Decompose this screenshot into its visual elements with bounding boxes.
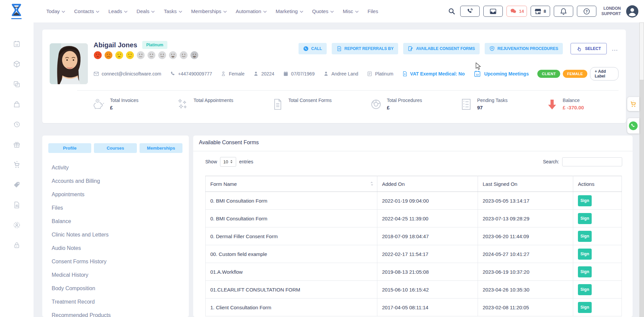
notifications-button[interactable]: [554, 6, 573, 17]
more-options-button[interactable]: ...: [612, 46, 618, 52]
dialer-button[interactable]: [460, 6, 480, 17]
show-label: Show: [205, 159, 217, 164]
inbox-button[interactable]: [483, 6, 503, 17]
sign-button[interactable]: Sign: [578, 231, 592, 242]
copy-icon[interactable]: [13, 80, 21, 88]
search-label: Search:: [543, 159, 559, 164]
menu-item-activity[interactable]: Activity: [52, 161, 185, 174]
lock-icon[interactable]: [13, 241, 21, 249]
calendar12-icon[interactable]: 12: [13, 40, 21, 48]
table-search-input[interactable]: [562, 157, 622, 166]
bag-icon[interactable]: [13, 100, 21, 108]
nav-item-contacts[interactable]: Contacts: [74, 8, 99, 14]
nav-item-memberships[interactable]: Memberships: [191, 8, 227, 14]
select-button[interactable]: SELECT: [571, 43, 607, 54]
tag-icon[interactable]: [13, 181, 21, 189]
cart-floating-button[interactable]: [627, 97, 639, 111]
mood-face-10[interactable]: [190, 51, 199, 59]
contact-link[interactable]: VAT Exempt Medical: No: [402, 71, 465, 76]
mood-face-5[interactable]: [137, 51, 145, 59]
nav-item-deals[interactable]: Deals: [137, 8, 155, 14]
svg-text:12: 12: [15, 43, 18, 46]
nav-item-quotes[interactable]: Quotes: [312, 8, 334, 14]
action-button-label: AVAILABLE CONSENT FORMS: [416, 46, 475, 51]
tab-courses[interactable]: Courses: [94, 143, 137, 153]
mood-face-2[interactable]: [104, 51, 113, 59]
phone-icon: [170, 71, 175, 76]
sign-button[interactable]: Sign: [578, 249, 592, 260]
mood-face-1[interactable]: [94, 51, 102, 59]
user-avatar-button[interactable]: [626, 5, 639, 18]
menu-item-recommended-products[interactable]: Recommended Products: [52, 309, 185, 317]
menu-item-body-composition[interactable]: Body Composition: [52, 282, 185, 295]
scrollbar-thumb[interactable]: [639, 22, 644, 80]
action-button-call[interactable]: CALL: [299, 43, 327, 54]
cube-icon[interactable]: [13, 60, 21, 68]
mood-face-3[interactable]: [115, 51, 123, 59]
clinicsoftware-logo[interactable]: [9, 3, 24, 20]
report-icon[interactable]: [13, 201, 21, 209]
column-header-added-on[interactable]: Added On: [377, 176, 478, 192]
nav-item-leads[interactable]: Leads: [108, 8, 127, 14]
nav-item-misc[interactable]: Misc: [343, 8, 359, 14]
action-button-available-consent-forms[interactable]: AVAILABLE CONSENT FORMS: [403, 43, 480, 54]
gift-icon[interactable]: [13, 141, 21, 149]
menu-item-balance[interactable]: Balance: [52, 215, 185, 228]
sign-button[interactable]: Sign: [578, 213, 592, 224]
stat-value: £: [110, 105, 139, 110]
menu-item-audio-notes[interactable]: Audio Notes: [52, 242, 185, 255]
menu-item-accounts-and-billing[interactable]: Accounts and Billing: [52, 174, 185, 188]
tab-memberships[interactable]: Memberships: [140, 143, 182, 153]
menu-item-appointments[interactable]: Appointments: [52, 188, 185, 201]
table-controls: Show 10 entries Search:: [205, 157, 622, 167]
cart-icon[interactable]: [13, 161, 21, 169]
page-size-select[interactable]: 10: [220, 157, 236, 167]
cell-actions: Sign: [573, 281, 622, 299]
calendar12-icon: 12: [473, 70, 481, 78]
history-icon[interactable]: [13, 120, 21, 128]
column-header-last-signed-on[interactable]: Last Signed On: [478, 176, 573, 192]
mood-face-8[interactable]: [169, 51, 177, 59]
nav-item-files[interactable]: Files: [368, 8, 378, 14]
contact-link[interactable]: 12Upcoming Meetings: [473, 70, 529, 78]
nav-item-automation[interactable]: Automation: [236, 8, 267, 14]
whatsapp-floating-button[interactable]: [627, 118, 639, 134]
mood-face-6[interactable]: [147, 51, 156, 59]
contact-text: Platinum: [375, 71, 393, 76]
action-button-report-referrals-by[interactable]: REPORT REFERRALS BY: [332, 43, 398, 54]
nav-item-marketing[interactable]: Marketing: [276, 8, 303, 14]
menu-item-clinic-notes-and-letters[interactable]: Clinic Notes and Letters: [52, 228, 185, 242]
help-button[interactable]: ?: [577, 6, 596, 17]
contact-text: 07/07/1969: [291, 71, 315, 76]
sign-button[interactable]: Sign: [578, 302, 592, 313]
sign-button[interactable]: Sign: [578, 266, 592, 277]
action-button-label: CALL: [311, 46, 322, 51]
messages-button[interactable]: 14: [506, 6, 527, 17]
mood-face-7[interactable]: [158, 51, 166, 59]
table-row: 0. BMI Consultation Form2022-01-19 09:04…: [206, 192, 622, 210]
tab-profile[interactable]: Profile: [48, 143, 91, 153]
sign-button[interactable]: Sign: [578, 195, 592, 206]
contact-text: +447490009777: [178, 71, 212, 76]
svg-text:?: ?: [586, 9, 588, 13]
nav-item-today[interactable]: Today: [46, 8, 65, 14]
menu-item-files[interactable]: Files: [52, 201, 185, 215]
search-icon[interactable]: [448, 8, 455, 15]
action-button-rejuvenation-procedures[interactable]: REJUVENATION PROCEDURES: [485, 43, 563, 54]
sparkles-icon: [176, 98, 190, 111]
menu-item-treatment-record[interactable]: Treatment Record: [52, 295, 185, 309]
patient-photo[interactable]: [50, 43, 88, 84]
add-label-button[interactable]: + Add Label: [590, 67, 619, 81]
mood-face-9[interactable]: [179, 51, 188, 59]
user-circle-icon[interactable]: [13, 221, 21, 229]
nav-item-tasks[interactable]: Tasks: [164, 8, 182, 14]
action-button-label: REPORT REFERRALS BY: [344, 46, 394, 51]
column-header-actions[interactable]: Actions: [573, 176, 622, 192]
divider: [193, 151, 633, 151]
menu-item-consent-forms-history[interactable]: Consent Forms History: [52, 255, 185, 268]
shop-button[interactable]: 8: [531, 6, 550, 17]
menu-item-medical-history[interactable]: Medical History: [52, 268, 185, 282]
mood-face-4[interactable]: [126, 51, 134, 59]
column-header-form-name[interactable]: Form Name: [206, 176, 377, 192]
sign-button[interactable]: Sign: [578, 284, 592, 295]
